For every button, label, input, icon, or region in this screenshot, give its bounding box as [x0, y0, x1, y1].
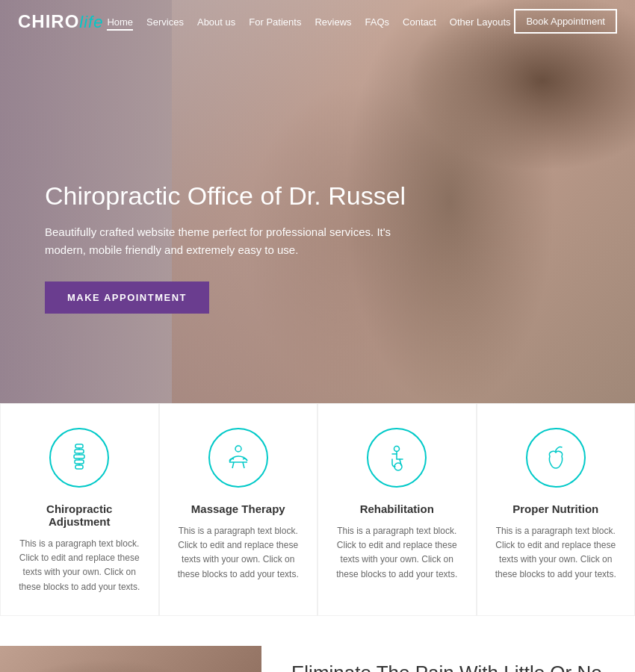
rehab-icon-circle [367, 428, 427, 488]
massage-icon-circle [208, 428, 268, 488]
service-card-rehab: Rehabilitation This is a paragraph text … [318, 403, 477, 616]
hero-subtitle: Beautifully crafted website theme perfec… [45, 223, 418, 259]
svg-line-12 [243, 462, 244, 468]
bottom-text-block: Eliminate The Pain With Little Or No Med… [261, 646, 635, 672]
nav-item-contact[interactable]: Contact [403, 15, 436, 28]
service-card-massage: Massage Therapy This is a paragraph text… [159, 403, 318, 616]
svg-line-11 [232, 462, 234, 468]
hero-background: Chiropractic Office of Dr. Russel Beauti… [0, 0, 635, 403]
rehab-description: This is a paragraph text block. Click to… [333, 524, 461, 582]
wheelchair-icon [380, 441, 413, 474]
hero-section: Chiropractic Office of Dr. Russel Beauti… [0, 0, 635, 403]
service-card-nutrition: Proper Nutrition This is a paragraph tex… [477, 403, 636, 616]
book-appointment-button[interactable]: Book Appointment [514, 9, 617, 34]
nav-link-reviews[interactable]: Reviews [315, 16, 351, 28]
nav-links: Home Services About us For Patients Revi… [107, 15, 510, 28]
services-section: Chiropractic Adjustment This is a paragr… [0, 403, 635, 616]
bottom-title: Eliminate The Pain With Little Or No Med… [291, 661, 605, 672]
hero-title: Chiropractic Office of Dr. Russel [45, 181, 418, 211]
svg-rect-0 [75, 444, 83, 448]
hero-content: Chiropractic Office of Dr. Russel Beauti… [45, 181, 418, 314]
nutrition-title: Proper Nutrition [492, 503, 620, 515]
rehab-title: Rehabilitation [333, 503, 461, 515]
nav-item-faqs[interactable]: FAQs [365, 15, 390, 28]
svg-rect-1 [75, 449, 84, 453]
chiropractic-icon-circle [49, 428, 109, 488]
massage-icon [222, 441, 255, 474]
chiropractic-title: Chiropractic Adjustment [16, 503, 143, 528]
spine-icon [63, 441, 96, 474]
nav-link-about[interactable]: About us [197, 16, 235, 28]
apple-icon [539, 441, 572, 474]
nav-link-services[interactable]: Services [146, 16, 184, 28]
nav-item-layouts[interactable]: Other Layouts [450, 15, 511, 28]
massage-title: Massage Therapy [175, 503, 303, 515]
nav-item-services[interactable]: Services [146, 15, 184, 28]
nav-link-patients[interactable]: For Patients [249, 16, 301, 28]
make-appointment-button[interactable]: MAKE APPOINTMENT [45, 281, 209, 314]
nav-item-reviews[interactable]: Reviews [315, 15, 351, 28]
svg-point-9 [235, 446, 241, 452]
svg-point-13 [394, 447, 400, 452]
nav-item-home[interactable]: Home [107, 15, 133, 28]
svg-rect-4 [75, 465, 83, 469]
logo[interactable]: CHIROlife [18, 11, 103, 32]
nav-item-about[interactable]: About us [197, 15, 235, 28]
svg-rect-2 [74, 455, 84, 458]
navbar: CHIROlife Home Services About us For Pat… [0, 0, 635, 43]
bottom-image [0, 646, 261, 672]
massage-description: This is a paragraph text block. Click to… [175, 524, 303, 582]
logo-chiro: CHIRO [18, 11, 79, 32]
service-card-chiropractic: Chiropractic Adjustment This is a paragr… [0, 403, 159, 616]
nutrition-icon-circle [526, 428, 586, 488]
logo-life: life [79, 13, 103, 32]
nav-item-patients[interactable]: For Patients [249, 15, 301, 28]
nav-link-layouts[interactable]: Other Layouts [450, 16, 511, 28]
nav-link-contact[interactable]: Contact [403, 16, 436, 28]
nutrition-description: This is a paragraph text block. Click to… [492, 524, 620, 582]
nav-link-faqs[interactable]: FAQs [365, 16, 390, 28]
bottom-section: Eliminate The Pain With Little Or No Med… [0, 616, 635, 672]
svg-rect-3 [75, 460, 84, 464]
chiropractic-description: This is a paragraph text block. Click to… [16, 537, 143, 594]
nav-link-home[interactable]: Home [107, 16, 133, 31]
